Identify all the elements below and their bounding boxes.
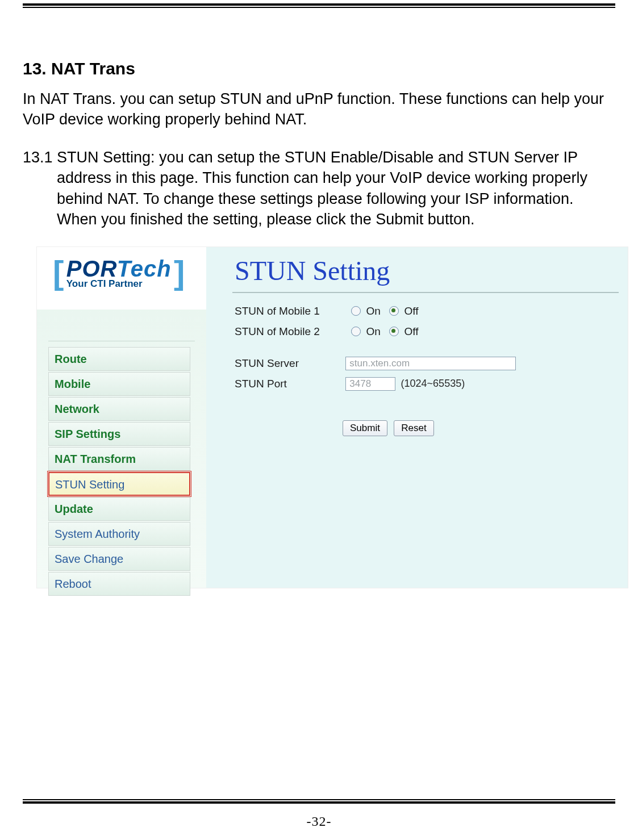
stun-mobile1-label: STUN of Mobile 1 [235,305,343,317]
sidebar-item-reboot[interactable]: Reboot [48,572,190,596]
sidebar-menu: Route Mobile Network SIP Settings NAT Tr… [48,341,195,597]
stun-port-input[interactable] [345,377,395,391]
reset-button[interactable]: Reset [394,420,433,436]
menu-separator [48,341,195,341]
top-rule [23,3,615,6]
section-heading: 13. NAT Trans [23,59,615,78]
stun-mobile2-on-radio[interactable] [351,327,361,336]
sidebar-item-route[interactable]: Route [48,347,190,371]
stun-mobile2-label: STUN of Mobile 2 [235,325,343,338]
sidebar-item-update[interactable]: Update [48,497,190,521]
sidebar-item-stun-setting[interactable]: STUN Setting [48,472,190,496]
sidebar-item-nat-transform[interactable]: NAT Transform [48,447,190,471]
ui-screenshot: [ PORTech Your CTI Partner ] Route Mobil… [37,247,628,588]
logo-bracket-right: ] [174,256,185,289]
form-divider [232,292,619,293]
off-label-2: Off [404,325,418,337]
sidebar: [ PORTech Your CTI Partner ] Route Mobil… [37,247,206,588]
section-intro: In NAT Trans. you can setup STUN and uPn… [23,89,615,130]
stun-port-range: (1024~65535) [401,378,465,389]
on-label-2: On [366,325,381,337]
on-label: On [366,305,381,317]
stun-mobile2-off-radio[interactable] [389,327,399,336]
stun-mobile1-on-radio[interactable] [351,306,361,316]
stun-mobile1-off-radio[interactable] [389,306,399,316]
logo: [ PORTech Your CTI Partner ] [53,256,185,290]
form-area: STUN Setting STUN of Mobile 1 On Off STU [206,247,628,588]
stun-port-label: STUN Port [235,378,343,390]
sidebar-item-mobile[interactable]: Mobile [48,372,190,396]
page-number: -32- [0,814,638,829]
sidebar-item-sip-settings[interactable]: SIP Settings [48,422,190,446]
submit-button[interactable]: Submit [343,420,387,436]
logo-bracket-left: [ [53,256,64,289]
logo-text-tech: Tech [117,256,172,281]
stun-server-input[interactable] [345,357,516,370]
logo-text-por: POR [66,256,117,281]
sidebar-item-system-authority[interactable]: System Authority [48,522,190,546]
sidebar-item-network[interactable]: Network [48,397,190,421]
section-sub: 13.1 STUN Setting: you can setup the STU… [23,147,615,230]
bottom-rules [23,799,615,804]
stun-server-label: STUN Server [235,357,343,370]
off-label: Off [404,305,418,317]
sidebar-item-save-change[interactable]: Save Change [48,547,190,571]
form-title: STUN Setting [235,255,628,286]
